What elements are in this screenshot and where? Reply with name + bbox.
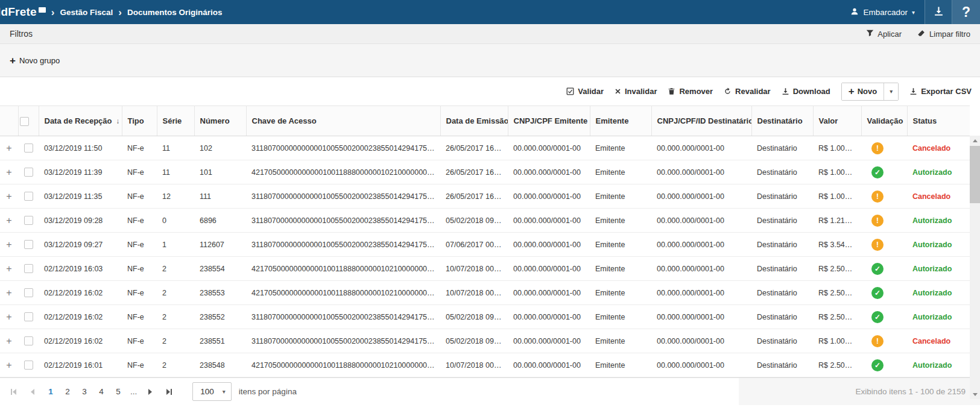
breadcrumb-chevron-icon: › — [118, 7, 122, 17]
cell-cnpj-emitente: 00.000.000/0001-00 — [508, 209, 590, 233]
new-group-button[interactable]: + Novo grupo — [10, 55, 60, 66]
cell-serie: 11 — [157, 160, 194, 184]
check-circle-icon: ✓ — [871, 166, 884, 178]
vertical-scrollbar[interactable] — [970, 136, 980, 399]
cell-destinatario: Destinatário — [751, 281, 813, 305]
logo-flag-icon — [39, 7, 46, 13]
col-header-emissao[interactable]: Data de Emissão — [440, 106, 508, 136]
remove-button[interactable]: Remover — [668, 87, 713, 96]
row-checkbox[interactable] — [24, 312, 33, 321]
expand-row-button[interactable]: + — [6, 264, 11, 274]
row-checkbox[interactable] — [24, 168, 33, 177]
cell-cnpj-emitente: 00.000.000/0001-00 — [508, 160, 590, 184]
expand-row-button[interactable]: + — [6, 361, 11, 370]
revalidate-button[interactable]: Revalidar — [724, 87, 771, 96]
col-header-cnpj-emitente[interactable]: CNPJ/CPF Emitente — [508, 106, 590, 136]
cell-destinatario: Destinatário — [751, 329, 813, 353]
header-download-button[interactable] — [925, 0, 952, 24]
breadcrumb: Gestão Fiscal › Documentos Originários — [60, 7, 222, 17]
scroll-down-icon[interactable] — [970, 389, 980, 399]
col-header-emitente[interactable]: Emitente — [590, 106, 651, 136]
row-checkbox[interactable] — [24, 288, 33, 297]
previous-page-button[interactable] — [23, 382, 42, 402]
clear-filter-button[interactable]: Limpar filtro — [917, 29, 970, 39]
expand-row-button[interactable]: + — [6, 216, 11, 225]
expand-row-button[interactable]: + — [6, 143, 11, 153]
cell-chave-acesso: 3118070000000000010055002000238550142941… — [246, 305, 440, 329]
row-checkbox[interactable] — [24, 264, 33, 273]
cell-emitente: Emitente — [590, 281, 651, 305]
download-button[interactable]: Download — [782, 87, 830, 96]
expand-row-button[interactable]: + — [6, 312, 11, 322]
invalidate-button[interactable]: Invalidar — [615, 87, 657, 96]
breadcrumb-chevron-icon: › — [51, 7, 55, 17]
col-header-cnpj-destinatario[interactable]: CNPJ/CPF/ID Destinatário — [651, 106, 751, 136]
row-checkbox[interactable] — [24, 240, 33, 249]
row-checkbox[interactable] — [24, 361, 33, 370]
last-page-button[interactable] — [160, 382, 179, 402]
cell-tipo: NF-e — [122, 184, 157, 209]
new-dropdown-button[interactable]: ▾ — [884, 83, 898, 100]
cell-cnpj-destinatario: 00.000.000/0001-00 — [651, 281, 751, 305]
table-body: + 03/12/2019 11:50 NF-e 11 102 311807000… — [0, 136, 970, 377]
cell-destinatario: Destinatário — [751, 184, 813, 209]
col-header-serie[interactable]: Série — [157, 106, 194, 136]
breadcrumb-gestao-fiscal[interactable]: Gestão Fiscal — [60, 8, 113, 17]
scroll-up-icon[interactable] — [970, 136, 980, 145]
row-checkbox[interactable] — [24, 336, 33, 345]
page-button-3[interactable]: 3 — [76, 382, 93, 402]
table-row: + 03/12/2019 09:27 NF-e 1 112607 3118070… — [0, 233, 970, 257]
cell-destinatario: Destinatário — [751, 353, 813, 377]
cell-chave-acesso: 3118070000000000010055002000238550142941… — [246, 209, 440, 233]
col-header-valor[interactable]: Valor — [813, 106, 861, 136]
expand-row-button[interactable]: + — [6, 192, 11, 201]
col-header-tipo[interactable]: Tipo — [122, 106, 157, 136]
cell-tipo: NF-e — [122, 209, 157, 233]
scrollbar-thumb[interactable] — [970, 146, 980, 203]
cell-cnpj-emitente: 00.000.000/0001-00 — [508, 329, 590, 353]
help-button[interactable]: ? — [952, 0, 980, 24]
first-page-button[interactable] — [4, 382, 23, 402]
page-button-2[interactable]: 2 — [59, 382, 76, 402]
cell-tipo: NF-e — [122, 136, 157, 160]
more-pages-button[interactable]: ... — [127, 387, 141, 396]
next-page-button[interactable] — [141, 382, 160, 402]
col-header-data-recepcao[interactable]: Data de Recepção ↓ — [39, 106, 122, 136]
breadcrumb-documentos-originarios[interactable]: Documentos Originários — [127, 8, 223, 17]
cell-serie: 2 — [157, 281, 194, 305]
logo[interactable]: ldFrete — [0, 5, 46, 19]
validate-button[interactable]: Validar — [566, 87, 604, 96]
row-checkbox[interactable] — [24, 143, 33, 153]
row-checkbox[interactable] — [24, 216, 33, 225]
page-button-1[interactable]: 1 — [42, 382, 59, 402]
page-size-select[interactable]: 100 ▾ — [192, 382, 232, 401]
row-checkbox[interactable] — [24, 192, 33, 201]
table-row: + 02/12/2019 16:02 NF-e 2 238553 4217050… — [0, 281, 970, 305]
col-header-chave[interactable]: Chave de Acesso — [246, 106, 440, 136]
new-button[interactable]: + Novo — [842, 83, 884, 100]
page-button-5[interactable]: 5 — [110, 382, 127, 402]
topbar-right: Embarcador ▾ ? — [841, 0, 980, 24]
expand-row-button[interactable]: + — [6, 336, 11, 346]
cell-cnpj-destinatario: 00.000.000/0001-00 — [651, 329, 751, 353]
col-header-validacao[interactable]: Validação — [861, 106, 907, 136]
page-button-4[interactable]: 4 — [93, 382, 110, 402]
user-menu[interactable]: Embarcador ▾ — [841, 0, 925, 24]
apply-filter-button[interactable]: Aplicar — [866, 29, 902, 39]
export-csv-button[interactable]: Exportar CSV — [909, 87, 972, 96]
chevron-down-icon: ▾ — [221, 388, 231, 395]
cell-destinatario: Destinatário — [751, 233, 813, 257]
cell-chave-acesso: 3118070000000000010055002000238550142941… — [246, 233, 440, 257]
col-header-status[interactable]: Status — [907, 106, 970, 136]
check-circle-icon: ✓ — [871, 263, 884, 275]
cell-data-emissao: 05/02/2018 09:32 — [440, 329, 508, 353]
cell-valor: R$ 1.212,50 — [813, 209, 861, 233]
expand-row-button[interactable]: + — [6, 168, 11, 177]
select-all-checkbox[interactable] — [20, 117, 29, 126]
col-header-destinatario[interactable]: Destinatário — [751, 106, 813, 136]
expand-row-button[interactable]: + — [6, 288, 11, 298]
table-row: + 03/12/2019 11:50 NF-e 11 102 311807000… — [0, 136, 970, 160]
col-header-numero[interactable]: Número — [194, 106, 246, 136]
expand-row-button[interactable]: + — [6, 240, 11, 250]
cell-emitente: Emitente — [590, 305, 651, 329]
